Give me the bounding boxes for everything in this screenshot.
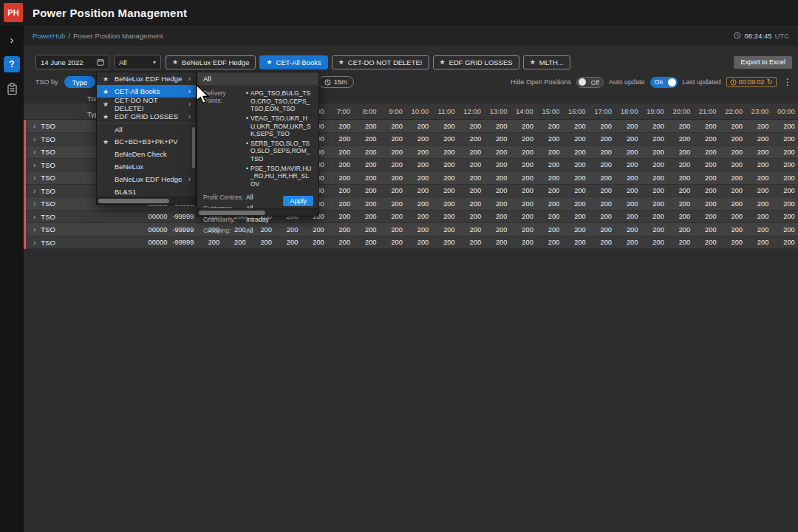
menu-item[interactable]: ★BeNeDen Check <box>97 148 196 160</box>
menu-item[interactable]: ★BC+BD+B3+PK+PV <box>97 135 196 148</box>
value-cell: 200 <box>408 213 434 220</box>
book-submenu-panel: All Delivery Points: •APG_TSO,BULG_TSO,C… <box>197 72 319 216</box>
value-cell: 200 <box>591 200 617 208</box>
scope-select[interactable]: All ▾ <box>114 55 161 69</box>
breadcrumb-current: Power Position Management <box>73 32 163 40</box>
field-label: Profit Centres: <box>203 194 246 201</box>
auto-update-toggle[interactable]: On <box>650 77 678 88</box>
submenu-arrow-icon: › <box>188 112 191 120</box>
delivery-point-text: SERB_TSO,SLO_TSO,SLO_SEPS,ROM_TSO <box>250 140 313 163</box>
row-accent-bar <box>24 159 26 172</box>
value-cell: 200 <box>460 200 486 208</box>
value-cell: 200 <box>408 123 434 130</box>
value-cell: 200 <box>382 161 408 168</box>
menu-item[interactable]: ★EDF GRID LOSSES› <box>97 110 196 123</box>
value-cell: 200 <box>382 135 408 143</box>
value-cell: 200 <box>774 135 798 143</box>
row-expand-chevron-icon[interactable]: › <box>33 200 35 208</box>
value-cell: 200 <box>486 239 512 246</box>
sidebar-expand-chevron-icon[interactable]: › <box>10 34 14 46</box>
breadcrumb-root-link[interactable]: PowerHub <box>33 32 65 40</box>
menu-horizontal-scrollbar[interactable] <box>97 197 196 204</box>
scope-value: All <box>119 58 127 66</box>
table-row[interactable]: ›TSO00000-999992002002002002002002002002… <box>24 236 798 250</box>
book-chip[interactable]: ★MLTH... <box>523 55 570 69</box>
book-chip-label: MLTH... <box>539 58 564 66</box>
value-cell: 200 <box>748 161 774 168</box>
row-expand-chevron-icon[interactable]: › <box>33 148 35 156</box>
table-row[interactable]: ›TSO00000-999992002002002002002002002002… <box>24 223 798 236</box>
star-icon: ★ <box>103 75 110 83</box>
value-cell: 200 <box>355 239 381 246</box>
row-expand-chevron-icon[interactable]: › <box>33 122 35 130</box>
book-chip[interactable]: ★EDF GRID LOSSES <box>433 55 519 69</box>
book-chip[interactable]: ★CET-DO NOT DELETE! <box>332 55 429 69</box>
value-cell: 200 <box>330 174 355 182</box>
value-cell: 200 <box>774 187 798 194</box>
refresh-icon[interactable]: ↻ <box>767 78 773 86</box>
value-cell: 200 <box>722 135 748 143</box>
toggle-knob <box>579 78 586 86</box>
value-cell: 200 <box>330 213 355 220</box>
value-cell: 200 <box>617 213 643 220</box>
book-chip[interactable]: ★BeNeLux EDF Hedge <box>166 55 256 69</box>
value-cell: 200 <box>434 135 460 143</box>
menu-item[interactable]: ★BeNeLux EDF Hedge› <box>97 72 196 85</box>
help-icon[interactable]: ? <box>4 56 20 72</box>
row-expand-chevron-icon[interactable]: › <box>33 187 35 195</box>
row-expand-chevron-icon[interactable]: › <box>33 161 35 169</box>
menu-item[interactable]: ★BeNeLux EDF Hedge› <box>97 173 196 185</box>
value-cell: 200 <box>722 187 748 194</box>
value-cell: 200 <box>722 213 748 220</box>
value-cell: 200 <box>722 226 748 233</box>
value-cell: 200 <box>774 149 798 156</box>
menu-item[interactable]: ★CET-DO NOT DELETE!› <box>97 98 196 110</box>
row-expand-chevron-icon[interactable]: › <box>33 135 35 143</box>
row-label-cell: ›TSO <box>24 236 146 250</box>
apply-button[interactable]: Apply <box>283 196 313 206</box>
book-chip-label: CET-All Books <box>276 58 321 66</box>
menu-vertical-scrollbar[interactable] <box>192 127 195 168</box>
submenu-item-all[interactable]: All <box>197 72 318 85</box>
menu-item[interactable]: ★BeNeLux <box>97 160 196 173</box>
value-cell: 200 <box>434 187 460 194</box>
row-expand-chevron-icon[interactable]: › <box>33 225 35 233</box>
row-accent-bar <box>24 146 26 159</box>
clipboard-icon[interactable] <box>7 83 18 95</box>
row-expand-chevron-icon[interactable]: › <box>33 239 35 247</box>
row-expand-chevron-icon[interactable]: › <box>33 174 35 182</box>
hide-open-positions-toggle[interactable]: Off <box>576 77 604 88</box>
row-label: TSO <box>41 135 55 143</box>
book-chip[interactable]: ★CET-All Books <box>259 55 327 69</box>
scrollbar-thumb[interactable] <box>98 199 169 203</box>
value-cell: 200 <box>408 161 434 168</box>
row-accent-bar <box>24 197 26 211</box>
value-cell: 200 <box>355 200 381 208</box>
table-row[interactable]: ›TSO00000-999992002002002002002002002002… <box>24 211 798 224</box>
value-cell: 200 <box>434 174 460 182</box>
submenu-horizontal-scrollbar[interactable] <box>197 208 318 216</box>
value-cell: 200 <box>460 161 486 168</box>
date-picker[interactable]: 14 June 2022 <box>35 55 109 69</box>
bullet-icon: • <box>246 165 248 188</box>
value-cell: 200 <box>382 174 408 182</box>
menu-item[interactable]: ★All <box>97 123 196 135</box>
value-cell: 200 <box>748 149 774 156</box>
type-toggle-button[interactable]: Type <box>64 76 96 88</box>
time-column-header: 22:00 <box>722 103 748 120</box>
value-cell: 200 <box>251 239 277 246</box>
granularity-chip[interactable]: 15m <box>318 76 354 88</box>
row-expand-chevron-icon[interactable]: › <box>33 213 35 221</box>
row-label: TSO <box>41 225 55 233</box>
book-chip-label: CET-DO NOT DELETE! <box>348 58 423 66</box>
granularity-value: 15m <box>334 78 347 86</box>
kebab-menu-icon[interactable]: ⋮ <box>783 77 792 87</box>
value-cell: 200 <box>382 239 408 246</box>
book-chip-label: EDF GRID LOSSES <box>449 58 513 66</box>
value-cell: 200 <box>539 187 565 194</box>
star-icon: ★ <box>266 58 272 66</box>
field-value: All <box>246 194 253 201</box>
value-cell: 200 <box>669 135 695 143</box>
export-to-excel-button[interactable]: Export to Excel <box>734 56 792 69</box>
scrollbar-thumb[interactable] <box>199 211 265 215</box>
